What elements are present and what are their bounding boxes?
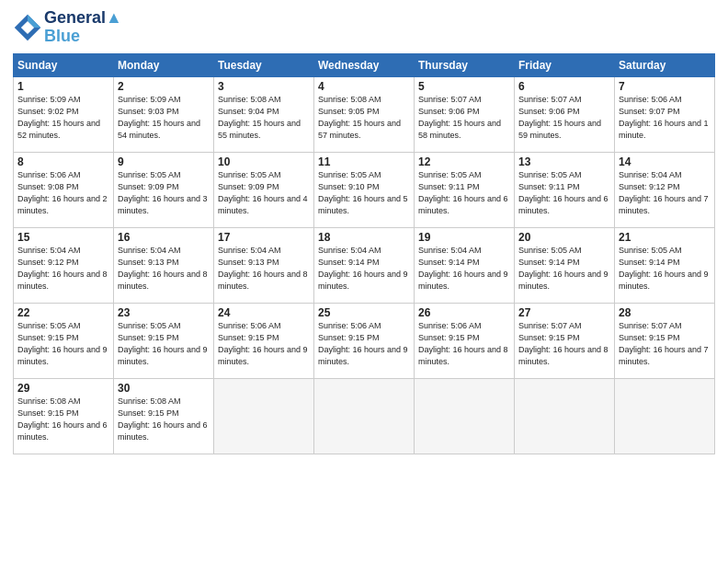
calendar-cell: 29Sunrise: 5:08 AMSunset: 9:15 PMDayligh… xyxy=(14,378,114,454)
calendar-cell: 18Sunrise: 5:04 AMSunset: 9:14 PMDayligh… xyxy=(314,227,415,303)
calendar-cell: 26Sunrise: 5:06 AMSunset: 9:15 PMDayligh… xyxy=(415,303,515,378)
calendar-cell: 21Sunrise: 5:05 AMSunset: 9:14 PMDayligh… xyxy=(615,227,715,303)
calendar-cell xyxy=(515,378,615,454)
calendar-cell: 27Sunrise: 5:07 AMSunset: 9:15 PMDayligh… xyxy=(515,303,615,378)
calendar-cell: 30Sunrise: 5:08 AMSunset: 9:15 PMDayligh… xyxy=(114,378,214,454)
dow-header-thursday: Thursday xyxy=(415,53,515,76)
calendar-cell: 17Sunrise: 5:04 AMSunset: 9:13 PMDayligh… xyxy=(214,227,314,303)
calendar-cell: 14Sunrise: 5:04 AMSunset: 9:12 PMDayligh… xyxy=(615,152,715,227)
calendar-cell: 16Sunrise: 5:04 AMSunset: 9:13 PMDayligh… xyxy=(114,227,214,303)
calendar-cell: 5Sunrise: 5:07 AMSunset: 9:06 PMDaylight… xyxy=(415,76,515,152)
dow-header-saturday: Saturday xyxy=(615,53,715,76)
calendar-cell: 9Sunrise: 5:05 AMSunset: 9:09 PMDaylight… xyxy=(114,152,214,227)
calendar-cell xyxy=(415,378,515,454)
calendar-cell: 8Sunrise: 5:06 AMSunset: 9:08 PMDaylight… xyxy=(14,152,114,227)
calendar-cell: 28Sunrise: 5:07 AMSunset: 9:15 PMDayligh… xyxy=(615,303,715,378)
dow-header-sunday: Sunday xyxy=(14,53,114,76)
calendar-cell: 20Sunrise: 5:05 AMSunset: 9:14 PMDayligh… xyxy=(515,227,615,303)
calendar-cell: 11Sunrise: 5:05 AMSunset: 9:10 PMDayligh… xyxy=(314,152,415,227)
calendar-cell xyxy=(314,378,415,454)
calendar-cell: 10Sunrise: 5:05 AMSunset: 9:09 PMDayligh… xyxy=(214,152,314,227)
dow-header-tuesday: Tuesday xyxy=(214,53,314,76)
dow-header-monday: Monday xyxy=(114,53,214,76)
calendar-cell: 25Sunrise: 5:06 AMSunset: 9:15 PMDayligh… xyxy=(314,303,415,378)
calendar-cell: 23Sunrise: 5:05 AMSunset: 9:15 PMDayligh… xyxy=(114,303,214,378)
calendar-cell: 15Sunrise: 5:04 AMSunset: 9:12 PMDayligh… xyxy=(14,227,114,303)
calendar-cell: 13Sunrise: 5:05 AMSunset: 9:11 PMDayligh… xyxy=(515,152,615,227)
calendar-cell: 7Sunrise: 5:06 AMSunset: 9:07 PMDaylight… xyxy=(615,76,715,152)
page-header: General▲ Blue xyxy=(13,9,715,46)
calendar-cell xyxy=(615,378,715,454)
calendar-cell: 3Sunrise: 5:08 AMSunset: 9:04 PMDaylight… xyxy=(214,76,314,152)
calendar-cell: 12Sunrise: 5:05 AMSunset: 9:11 PMDayligh… xyxy=(415,152,515,227)
calendar-cell: 4Sunrise: 5:08 AMSunset: 9:05 PMDaylight… xyxy=(314,76,415,152)
calendar-table: SundayMondayTuesdayWednesdayThursdayFrid… xyxy=(13,53,715,454)
logo: General▲ Blue xyxy=(13,9,122,46)
calendar-cell: 1Sunrise: 5:09 AMSunset: 9:02 PMDaylight… xyxy=(14,76,114,152)
dow-header-friday: Friday xyxy=(515,53,615,76)
calendar-cell: 24Sunrise: 5:06 AMSunset: 9:15 PMDayligh… xyxy=(214,303,314,378)
calendar-cell xyxy=(214,378,314,454)
dow-header-wednesday: Wednesday xyxy=(314,53,415,76)
calendar-cell: 6Sunrise: 5:07 AMSunset: 9:06 PMDaylight… xyxy=(515,76,615,152)
calendar-cell: 2Sunrise: 5:09 AMSunset: 9:03 PMDaylight… xyxy=(114,76,214,152)
calendar-cell: 19Sunrise: 5:04 AMSunset: 9:14 PMDayligh… xyxy=(415,227,515,303)
calendar-cell: 22Sunrise: 5:05 AMSunset: 9:15 PMDayligh… xyxy=(14,303,114,378)
